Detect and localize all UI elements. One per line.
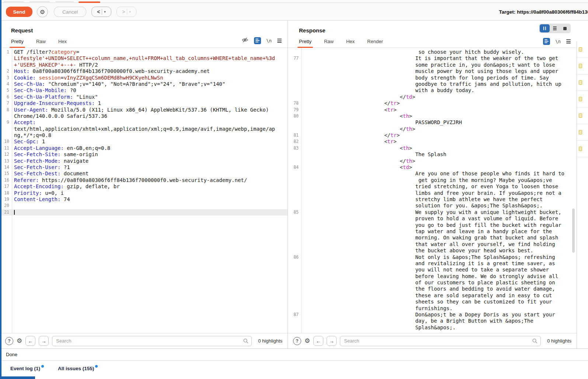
inspector-item[interactable] bbox=[577, 91, 588, 108]
code-row[interactable]: limbs and free your brain. If you&apos;r… bbox=[288, 190, 577, 196]
code-row[interactable]: 12Sec-Fetch-Site: same-origin bbox=[0, 151, 288, 158]
code-row[interactable]: before leaving home. We do strongly advi… bbox=[288, 273, 577, 280]
code-row[interactable]: muscle power by not using those legs and… bbox=[288, 68, 577, 74]
settings-gear-button[interactable]: ⚙ bbox=[37, 6, 48, 17]
code-row[interactable]: furnishings. bbox=[288, 305, 577, 312]
code-row[interactable]: and revitalizing it is a great time save… bbox=[288, 260, 577, 267]
code-row[interactable]: Chrome/140.0.0.0 Safari/537.36 bbox=[0, 113, 288, 119]
cancel-button[interactable]: Cancel bbox=[54, 7, 86, 17]
code-row[interactable]: 19Content-Length: 74 bbox=[0, 196, 288, 203]
inspector-item[interactable] bbox=[577, 108, 588, 124]
editor-menu-icon[interactable] bbox=[277, 39, 282, 43]
code-row[interactable]: 78 </tr> bbox=[288, 100, 577, 106]
code-row[interactable]: Are you one of those people who finds it… bbox=[288, 171, 577, 177]
tab-raw[interactable]: Raw bbox=[324, 39, 334, 48]
code-row[interactable]: 85 We supply you with a unique lightweig… bbox=[288, 209, 577, 215]
code-row[interactable]: morning. On waking grab that bucket and … bbox=[288, 235, 577, 241]
newline-toggle-icon[interactable]: \n bbox=[267, 38, 272, 43]
search-settings-gear-icon[interactable]: ⚙ bbox=[305, 337, 310, 345]
code-row[interactable]: 9Accept: bbox=[0, 119, 288, 126]
tab-pretty[interactable]: Pretty bbox=[11, 39, 24, 48]
code-row[interactable]: stretchy limb athlete we have the perfec… bbox=[288, 196, 577, 203]
prettify-icon[interactable] bbox=[254, 37, 261, 44]
tab-raw[interactable]: Raw bbox=[36, 39, 46, 48]
inspector-item[interactable] bbox=[577, 58, 588, 74]
code-row[interactable]: 5Sec-Ch-Ua-Mobile: ?0 bbox=[0, 87, 288, 94]
tab-render[interactable]: Render bbox=[367, 39, 383, 48]
next-match-button[interactable]: → bbox=[39, 336, 49, 346]
inspector-item[interactable] bbox=[577, 41, 588, 58]
code-row[interactable]: that water all over yourself, we find ho… bbox=[288, 241, 577, 248]
code-row[interactable]: 83 <th> bbox=[288, 145, 577, 151]
response-scrollbar[interactable] bbox=[572, 208, 575, 253]
code-row[interactable]: get going in the morning? Maybe you&apos… bbox=[288, 177, 577, 183]
tab-pretty[interactable]: Pretty bbox=[299, 39, 312, 48]
code-row[interactable]: the floors and bedding to avoid water da… bbox=[288, 286, 577, 292]
code-row[interactable]: 16Referer: https://0a8f00a80306f6ff84b13… bbox=[0, 177, 288, 183]
code-row[interactable]: 86 Not only is &apos;The Splash&apos; re… bbox=[288, 254, 577, 260]
code-row[interactable]: you go to bed just fill the bucket with … bbox=[288, 222, 577, 228]
next-match-button[interactable]: → bbox=[327, 336, 337, 346]
pause-updates-button[interactable] bbox=[540, 24, 550, 32]
stop-button[interactable] bbox=[560, 24, 570, 32]
code-row[interactable]: +'USERS_HAKECP'+--+- HTTP/2 bbox=[0, 62, 288, 68]
lines-view-button[interactable] bbox=[550, 24, 560, 32]
code-row[interactable]: 20 bbox=[0, 203, 288, 209]
hide-highlights-icon[interactable] bbox=[241, 36, 248, 45]
code-row[interactable]: these are sold separately and in easy to… bbox=[288, 292, 577, 299]
repeater-tab[interactable] bbox=[4, 1, 24, 3]
code-row[interactable]: tried stretching, or even Yoga to loosen… bbox=[288, 183, 577, 190]
response-editor[interactable]: so choose your hitch buddy wisely.77 It … bbox=[288, 48, 577, 333]
prev-match-button[interactable]: ← bbox=[25, 336, 35, 346]
code-row[interactable]: 82 <tr> bbox=[288, 138, 577, 145]
back-history-button[interactable]: <▾ bbox=[91, 7, 111, 17]
code-row[interactable]: tap water and leave in a handy place for… bbox=[288, 228, 577, 235]
code-row[interactable]: you will not need to take a separate sho… bbox=[288, 267, 577, 273]
footer-tab[interactable]: All issues (155) bbox=[58, 366, 98, 371]
code-row[interactable]: 1GET /filter?category= bbox=[0, 49, 288, 55]
code-row[interactable]: 21 bbox=[0, 209, 288, 215]
inspector-item[interactable] bbox=[577, 141, 588, 157]
editor-menu-icon[interactable] bbox=[566, 39, 571, 43]
code-row[interactable]: </th> bbox=[288, 158, 577, 164]
response-search-input[interactable] bbox=[340, 336, 541, 346]
code-row[interactable]: 13Sec-Fetch-Mode: navigate bbox=[0, 158, 288, 164]
code-row[interactable]: Splash&apos;. bbox=[288, 324, 577, 331]
code-row[interactable]: 6Sec-Ch-Ua-Platform: "Linux" bbox=[0, 94, 288, 100]
code-row[interactable]: 18Priority: u=0, i bbox=[0, 190, 288, 196]
prev-match-button[interactable]: ← bbox=[313, 336, 323, 346]
code-row[interactable]: with a buddy today. bbox=[288, 87, 577, 94]
code-row[interactable]: 77 It is important that the weaker of th… bbox=[288, 55, 577, 62]
code-row[interactable]: 84 <td> bbox=[288, 164, 577, 171]
footer-tab[interactable]: Event log (1) bbox=[10, 366, 44, 371]
code-row[interactable]: 7Upgrade-Insecure-Requests: 1 bbox=[0, 100, 288, 106]
repeater-tab[interactable] bbox=[55, 1, 74, 3]
repeater-tab-selected[interactable] bbox=[79, 1, 100, 3]
code-row[interactable]: sheets so they can be customized to fit … bbox=[288, 299, 577, 305]
code-row[interactable]: The Splash bbox=[288, 151, 577, 158]
code-row[interactable]: 87 Don&apos;t be a Dopey Doris as you st… bbox=[288, 312, 577, 318]
code-row[interactable]: 4Sec-Ch-Ua: "Chromium";v="140", "Not=A?B… bbox=[0, 81, 288, 87]
help-icon[interactable]: ? bbox=[5, 337, 13, 345]
code-row[interactable]: proven to hold a vast volume of liquid. … bbox=[288, 215, 577, 222]
request-search-input[interactable] bbox=[52, 336, 252, 346]
code-row[interactable]: 11Accept-Language: en-GB,en;q=0.8 bbox=[0, 145, 288, 151]
code-row[interactable]: so choose your hitch buddy wisely. bbox=[288, 49, 577, 55]
help-icon[interactable]: ? bbox=[293, 337, 301, 345]
newline-toggle-icon[interactable]: \n bbox=[556, 39, 561, 44]
code-row[interactable]: solution for you. &apos;The Splash&apos;… bbox=[288, 203, 577, 209]
code-row[interactable]: Lifestyle'+UNION+SELECT++column_name,+nu… bbox=[0, 55, 288, 62]
code-row[interactable]: some practice in, you don&apos;t want to… bbox=[288, 62, 577, 68]
code-row[interactable]: text/html,application/xhtml+xml,applicat… bbox=[0, 126, 288, 132]
code-row[interactable]: 10Sec-Gpc: 1 bbox=[0, 138, 288, 145]
request-editor[interactable]: 1GET /filter?category=Lifestyle'+UNION+S… bbox=[0, 48, 288, 333]
code-row[interactable]: 79 <tr> bbox=[288, 107, 577, 113]
send-button[interactable]: Send bbox=[6, 7, 32, 17]
code-row[interactable]: ng,*/*;q=0.8 bbox=[0, 132, 288, 138]
code-row[interactable]: </th> bbox=[288, 126, 577, 132]
prettify-icon[interactable] bbox=[543, 38, 550, 45]
forward-history-button[interactable]: >▾ bbox=[116, 7, 136, 17]
code-row[interactable]: 81 </tr> bbox=[288, 132, 577, 138]
search-settings-gear-icon[interactable]: ⚙ bbox=[17, 337, 22, 345]
tab-hex[interactable]: Hex bbox=[58, 39, 67, 48]
